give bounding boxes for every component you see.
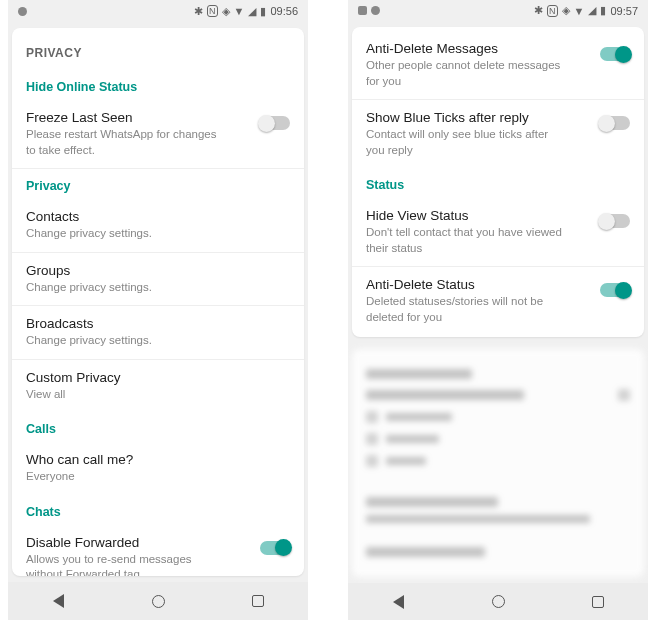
row-subtitle: View all [26,387,226,403]
battery-icon: ▮ [260,5,266,18]
nav-bar [348,583,648,620]
row-title: Custom Privacy [26,370,290,385]
vibrate-icon: ◈ [222,5,230,18]
row-title: Anti-Delete Messages [366,41,592,56]
row-subtitle: Other people cannot delete messages for … [366,58,566,89]
section-chats: Chats [12,495,304,525]
status-bar: ✱ N ◈ ▼ ◢ ▮ 09:56 [8,0,308,22]
toggle-hide-view-status[interactable] [600,214,630,228]
toggle-anti-delete-messages[interactable] [600,47,630,61]
signal-icon: ◢ [248,5,256,18]
clock: 09:57 [610,5,638,17]
settings-card: Anti-Delete Messages Other people cannot… [352,27,644,337]
toggle-freeze-last-seen[interactable] [260,116,290,130]
row-title: Broadcasts [26,316,290,331]
row-disable-forwarded[interactable]: Disable Forwarded Allows you to re-send … [12,525,304,576]
nfc-icon: N [547,5,558,17]
row-title: Disable Forwarded [26,535,252,550]
row-title: Who can call me? [26,452,290,467]
row-subtitle: Change privacy settings. [26,333,226,349]
screenshot-icon [358,6,367,15]
phone-right: ✱ N ◈ ▼ ◢ ▮ 09:57 Anti-Delete Messages O… [348,0,648,620]
nav-bar [8,582,308,620]
row-subtitle: Allows you to re-send messages without F… [26,552,226,576]
wifi-icon: ▼ [574,5,585,17]
row-subtitle: Everyone [26,469,226,485]
clock: 09:56 [270,5,298,17]
section-privacy: Privacy [12,169,304,199]
notification-dot-icon [18,7,27,16]
notification-dot-icon [371,6,380,15]
row-subtitle: Please restart WhatsApp for changes to t… [26,127,226,158]
section-hide-online: Hide Online Status [12,70,304,100]
nfc-icon: N [207,5,218,17]
row-title: Groups [26,263,290,278]
row-blue-ticks[interactable]: Show Blue Ticks after reply Contact will… [352,100,644,168]
row-who-can-call[interactable]: Who can call me? Everyone [12,442,304,495]
wifi-icon: ▼ [234,5,245,17]
toggle-blue-ticks[interactable] [600,116,630,130]
home-button[interactable] [150,593,166,609]
page-title: PRIVACY [12,32,304,70]
row-title: Show Blue Ticks after reply [366,110,592,125]
blurred-content [352,349,644,577]
toggle-disable-forwarded[interactable] [260,541,290,555]
row-subtitle: Change privacy settings. [26,280,226,296]
signal-icon: ◢ [588,4,596,17]
back-button[interactable] [390,594,406,610]
row-anti-delete-status[interactable]: Anti-Delete Status Deleted statuses/stor… [352,267,644,335]
row-groups[interactable]: Groups Change privacy settings. [12,253,304,307]
row-broadcasts[interactable]: Broadcasts Change privacy settings. [12,306,304,360]
row-freeze-last-seen[interactable]: Freeze Last Seen Please restart WhatsApp… [12,100,304,169]
row-subtitle: Deleted statuses/stories will not be del… [366,294,566,325]
back-button[interactable] [50,593,66,609]
row-custom-privacy[interactable]: Custom Privacy View all [12,360,304,413]
section-status: Status [352,168,644,198]
row-title: Contacts [26,209,290,224]
row-contacts[interactable]: Contacts Change privacy settings. [12,199,304,253]
row-subtitle: Contact will only see blue ticks after y… [366,127,566,158]
vibrate-icon: ◈ [562,4,570,17]
status-bar: ✱ N ◈ ▼ ◢ ▮ 09:57 [348,0,648,21]
bluetooth-icon: ✱ [534,4,543,17]
row-title: Freeze Last Seen [26,110,252,125]
home-button[interactable] [490,594,506,610]
row-title: Anti-Delete Status [366,277,592,292]
row-subtitle: Don't tell contact that you have viewed … [366,225,566,256]
phone-left: ✱ N ◈ ▼ ◢ ▮ 09:56 PRIVACY Hide Online St… [8,0,308,620]
row-title: Hide View Status [366,208,592,223]
row-hide-view-status[interactable]: Hide View Status Don't tell contact that… [352,198,644,267]
bluetooth-icon: ✱ [194,5,203,18]
row-anti-delete-messages[interactable]: Anti-Delete Messages Other people cannot… [352,31,644,100]
toggle-anti-delete-status[interactable] [600,283,630,297]
section-calls: Calls [12,412,304,442]
recent-button[interactable] [590,594,606,610]
battery-icon: ▮ [600,4,606,17]
settings-card: PRIVACY Hide Online Status Freeze Last S… [12,28,304,576]
recent-button[interactable] [250,593,266,609]
row-subtitle: Change privacy settings. [26,226,226,242]
